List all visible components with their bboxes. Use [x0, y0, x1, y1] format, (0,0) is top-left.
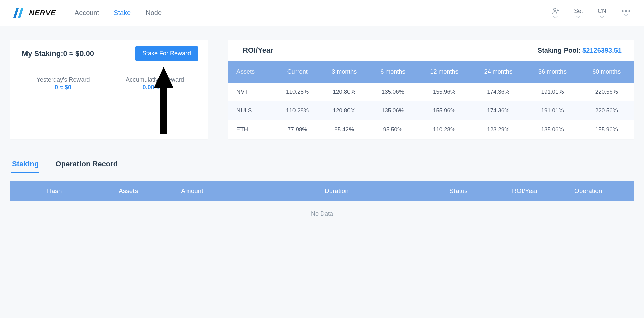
top-cards-row: My Staking:0 ≈ $0.00 Stake For Reward Ye… [10, 40, 634, 139]
tab-staking[interactable]: Staking [11, 156, 39, 173]
nav-links: Account Stake Node [75, 9, 162, 17]
roi-cell-value: 85.42% [320, 120, 369, 139]
roi-cell-value: 135.06% [369, 83, 417, 101]
svg-point-4 [625, 10, 627, 12]
roi-cell-asset: NULS [228, 101, 275, 120]
logo[interactable]: NERVE [13, 8, 56, 18]
stake-for-reward-button[interactable]: Stake For Reward [135, 46, 198, 61]
roi-col-36m: 36 months [525, 61, 579, 83]
roi-col-current: Current [275, 61, 320, 83]
user-icon [552, 7, 559, 15]
roi-table: Assets Current 3 months 6 months 12 mont… [228, 61, 634, 139]
roi-cell-value: 110.28% [417, 120, 471, 139]
settings-menu[interactable]: Set [574, 8, 583, 18]
roi-cell-value: 120.80% [320, 101, 369, 120]
svg-point-2 [553, 8, 556, 10]
roi-cell-value: 155.96% [417, 83, 471, 101]
logo-icon [13, 8, 25, 18]
accumulative-reward-label: Accumulative Reward [109, 76, 201, 83]
nav-link-node[interactable]: Node [146, 9, 162, 17]
roi-cell-value: 77.98% [275, 120, 320, 139]
rewards-row: Yesterday's Reward 0 ≈ $0 Accumulative R… [10, 67, 208, 91]
roi-col-24m: 24 months [471, 61, 525, 83]
staking-pool-value: $2126393.51 [582, 47, 622, 54]
staking-pool: Staking Pool: $2126393.51 [538, 47, 622, 54]
roi-cell-value: 135.06% [525, 120, 579, 139]
yesterday-reward-label: Yesterday's Reward [17, 76, 109, 83]
accumulative-reward: Accumulative Reward 0.00 ≈ $0 [109, 76, 201, 91]
logo-text: NERVE [29, 9, 56, 17]
chevron-down-icon [600, 16, 604, 18]
staking-table-header-row: Hash Assets Amount Duration Status ROI/Y… [10, 181, 634, 201]
roi-cell-value: 135.06% [369, 101, 417, 120]
roi-col-60m: 60 months [580, 61, 634, 83]
roi-cell-value: 155.96% [417, 101, 471, 120]
chevron-down-icon [576, 16, 581, 18]
stk-col-hash: Hash [10, 181, 116, 201]
roi-cell-value: 155.96% [580, 120, 634, 139]
roi-cell-value: 174.36% [471, 101, 525, 120]
roi-cell-value: 220.56% [580, 83, 634, 101]
main-content: My Staking:0 ≈ $0.00 Stake For Reward Ye… [0, 26, 644, 241]
tab-operation-record[interactable]: Operation Record [55, 156, 118, 173]
roi-col-3m: 3 months [320, 61, 369, 83]
svg-marker-1 [18, 8, 23, 18]
nav-right: Set CN [552, 7, 631, 19]
roi-cell-value: 220.56% [580, 101, 634, 120]
yesterday-reward: Yesterday's Reward 0 ≈ $0 [17, 76, 109, 91]
roi-cell-value: 110.28% [275, 83, 320, 101]
stk-col-roi: ROI/Year [509, 181, 572, 201]
yesterday-reward-value: 0 ≈ $0 [17, 84, 109, 91]
svg-point-5 [628, 10, 630, 12]
tabs-row: Staking Operation Record [10, 156, 634, 173]
roi-table-header-row: Assets Current 3 months 6 months 12 mont… [228, 61, 634, 83]
stk-col-amount: Amount [178, 181, 322, 201]
roi-title: ROI/Year [243, 46, 273, 55]
roi-cell-asset: ETH [228, 120, 275, 139]
settings-label: Set [574, 8, 583, 14]
top-nav: NERVE Account Stake Node Set CN [0, 0, 644, 26]
language-label: CN [598, 8, 606, 14]
more-menu[interactable] [621, 10, 631, 16]
roi-header: ROI/Year Staking Pool: $2126393.51 [228, 40, 634, 61]
roi-cell-value: 174.36% [471, 83, 525, 101]
account-menu[interactable] [552, 7, 559, 19]
more-icon [621, 10, 631, 12]
chevron-down-icon [624, 14, 628, 16]
staking-table-empty: No Data [10, 201, 634, 221]
nav-link-account[interactable]: Account [75, 9, 99, 17]
roi-table-row: ETH77.98%85.42%95.50%110.28%123.29%135.0… [228, 120, 634, 139]
roi-cell-value: 120.80% [320, 83, 369, 101]
my-staking-title: My Staking:0 ≈ $0.00 [22, 49, 94, 58]
roi-col-12m: 12 months [417, 61, 471, 83]
roi-cell-value: 95.50% [369, 120, 417, 139]
stk-col-status: Status [447, 181, 509, 201]
my-staking-header: My Staking:0 ≈ $0.00 Stake For Reward [10, 40, 208, 67]
my-staking-card: My Staking:0 ≈ $0.00 Stake For Reward Ye… [10, 40, 208, 139]
svg-marker-0 [13, 8, 19, 18]
roi-col-6m: 6 months [369, 61, 417, 83]
language-menu[interactable]: CN [598, 8, 606, 18]
roi-cell-value: 191.01% [525, 101, 579, 120]
staking-pool-label: Staking Pool: [538, 47, 582, 54]
staking-table: Hash Assets Amount Duration Status ROI/Y… [10, 181, 634, 201]
stk-col-duration: Duration [322, 181, 447, 201]
stk-col-operation: Operation [572, 181, 634, 201]
roi-cell-asset: NVT [228, 83, 275, 101]
roi-card: ROI/Year Staking Pool: $2126393.51 Asset… [228, 40, 634, 139]
roi-table-row: NULS110.28%120.80%135.06%155.96%174.36%1… [228, 101, 634, 120]
accumulative-reward-value: 0.00 ≈ $0 [109, 84, 201, 91]
nav-link-stake[interactable]: Stake [114, 9, 131, 17]
svg-point-3 [622, 10, 623, 12]
roi-col-assets: Assets [228, 61, 275, 83]
stk-col-assets: Assets [116, 181, 178, 201]
chevron-down-icon [553, 16, 558, 19]
roi-cell-value: 191.01% [525, 83, 579, 101]
roi-table-row: NVT110.28%120.80%135.06%155.96%174.36%19… [228, 83, 634, 101]
roi-cell-value: 110.28% [275, 101, 320, 120]
roi-cell-value: 123.29% [471, 120, 525, 139]
